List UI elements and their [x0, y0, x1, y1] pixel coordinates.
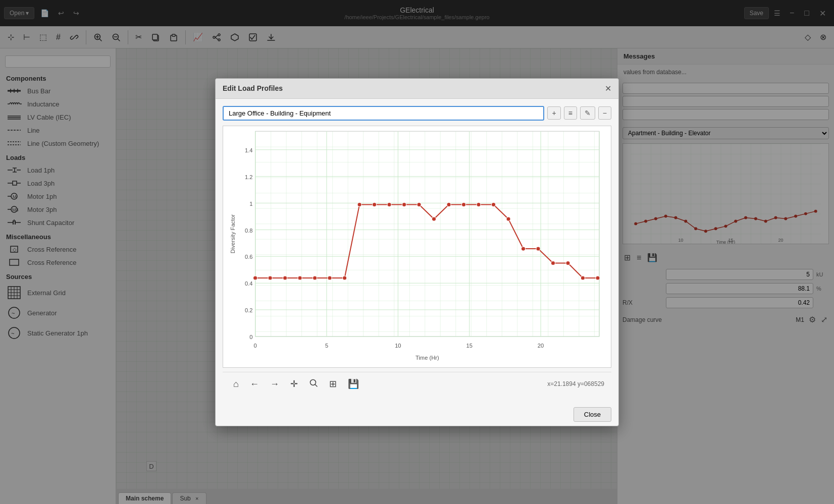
svg-point-142: [596, 275, 600, 279]
svg-text:1.2: 1.2: [245, 174, 253, 180]
chart-container: 0 0.2 0.4 0.6 0.8 1 1.2 1.4: [223, 126, 611, 368]
svg-point-125: [343, 275, 347, 279]
svg-point-130: [417, 202, 421, 206]
svg-point-140: [566, 261, 570, 265]
svg-point-133: [461, 202, 465, 206]
modal-header: Edit Load Profiles ✕: [216, 79, 618, 99]
svg-point-120: [268, 275, 272, 279]
svg-rect-89: [255, 131, 599, 337]
chart-settings-btn[interactable]: ⊞: [326, 376, 340, 391]
svg-text:0.6: 0.6: [245, 254, 253, 260]
list-profile-btn[interactable]: ≡: [564, 106, 577, 120]
svg-point-131: [432, 217, 436, 221]
svg-text:5: 5: [325, 343, 328, 349]
modal-title: Edit Load Profiles: [223, 84, 283, 92]
profile-select-dropdown[interactable]: Large Office - Building - Equipment: [223, 106, 544, 121]
svg-point-139: [551, 261, 555, 265]
chart-home-btn[interactable]: ⌂: [230, 377, 242, 391]
svg-text:20: 20: [538, 343, 544, 349]
modal-body: Large Office - Building - Equipment + ≡ …: [216, 99, 618, 403]
svg-point-119: [253, 275, 257, 279]
edit-profile-btn[interactable]: ✎: [580, 106, 595, 120]
svg-text:0: 0: [254, 343, 257, 349]
svg-point-121: [283, 275, 287, 279]
load-profile-chart: 0 0.2 0.4 0.6 0.8 1 1.2 1.4: [223, 126, 611, 367]
chart-pan-btn[interactable]: ✛: [287, 376, 301, 391]
svg-point-129: [402, 202, 406, 206]
modal-footer: Close: [216, 403, 618, 426]
svg-point-124: [328, 275, 332, 279]
chart-coords: x=21.1894 y=068529: [547, 380, 604, 387]
svg-point-136: [506, 217, 510, 221]
svg-text:0.8: 0.8: [245, 227, 253, 233]
svg-text:0.4: 0.4: [245, 281, 253, 287]
modal-close-x-button[interactable]: ✕: [605, 84, 611, 93]
svg-text:1: 1: [249, 200, 252, 206]
svg-point-126: [357, 202, 361, 206]
svg-point-137: [521, 247, 525, 251]
modal-dropdown-row: Large Office - Building - Equipment + ≡ …: [223, 106, 611, 121]
svg-point-132: [447, 202, 451, 206]
chart-back-btn[interactable]: ←: [246, 377, 263, 391]
svg-text:15: 15: [466, 343, 473, 349]
svg-point-123: [313, 275, 317, 279]
svg-point-122: [298, 275, 302, 279]
add-profile-btn[interactable]: +: [547, 106, 560, 120]
svg-line-144: [315, 384, 317, 386]
svg-point-127: [373, 202, 377, 206]
svg-text:10: 10: [395, 343, 401, 349]
svg-point-134: [477, 202, 481, 206]
modal-overlay: Edit Load Profiles ✕ Large Office - Buil…: [0, 0, 834, 504]
svg-text:1.4: 1.4: [245, 147, 253, 153]
svg-text:0.2: 0.2: [245, 307, 253, 313]
modal-toolbar: ⌂ ← → ✛ ⊞ 💾 x=21.1894 y=068529: [223, 372, 611, 396]
chart-save-btn[interactable]: 💾: [344, 376, 362, 391]
svg-text:0: 0: [249, 334, 252, 340]
svg-text:Time (Hr): Time (Hr): [415, 354, 439, 360]
edit-load-profiles-modal: Edit Load Profiles ✕ Large Office - Buil…: [215, 78, 619, 426]
svg-point-141: [581, 275, 585, 279]
delete-profile-btn[interactable]: −: [598, 106, 611, 120]
svg-point-128: [387, 202, 391, 206]
svg-point-138: [536, 247, 540, 251]
chart-zoom-btn[interactable]: [305, 376, 322, 392]
modal-close-button[interactable]: Close: [574, 407, 611, 422]
svg-point-135: [491, 202, 495, 206]
chart-forward-btn[interactable]: →: [267, 377, 283, 391]
svg-text:Diversity Factor: Diversity Factor: [230, 214, 236, 253]
modal-toolbar-left: ⌂ ← → ✛ ⊞ 💾: [230, 376, 362, 392]
